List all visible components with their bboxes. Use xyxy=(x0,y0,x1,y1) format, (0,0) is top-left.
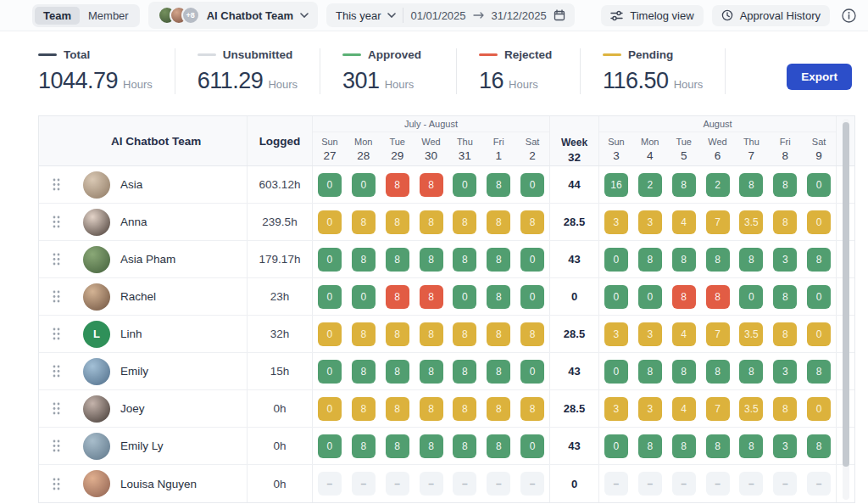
hours-badge-pending[interactable]: 0 xyxy=(318,397,342,421)
hours-badge-pending[interactable]: 0 xyxy=(807,210,831,234)
hours-badge-pending[interactable]: 8 xyxy=(420,322,443,346)
end-date-input[interactable]: 31/12/2025 xyxy=(492,9,547,22)
hours-badge-approved[interactable]: 0 xyxy=(739,285,763,309)
hours-badge-approved[interactable]: 0 xyxy=(604,434,628,458)
hours-badge-approved[interactable]: 8 xyxy=(672,248,696,272)
hours-badge-approved[interactable]: 2 xyxy=(638,173,662,197)
hours-badge-pending[interactable]: 3 xyxy=(638,322,662,346)
hours-badge-approved[interactable]: 3 xyxy=(773,434,797,458)
hours-badge-approved[interactable]: 8 xyxy=(487,434,510,458)
hours-badge-approved[interactable]: 0 xyxy=(453,285,476,309)
hours-badge-pending[interactable]: 3.5 xyxy=(739,210,763,234)
hours-badge-approved[interactable]: 8 xyxy=(453,248,476,272)
hours-badge-pending[interactable]: 8 xyxy=(352,210,376,234)
hours-badge-pending[interactable]: 8 xyxy=(520,322,544,346)
hours-badge-empty[interactable]: – xyxy=(420,472,443,496)
hours-badge-rejected[interactable]: 8 xyxy=(420,173,443,197)
hours-badge-approved[interactable]: 0 xyxy=(604,360,628,384)
hours-badge-approved[interactable]: 0 xyxy=(520,434,544,458)
hours-badge-approved[interactable]: 8 xyxy=(638,248,662,272)
hours-badge-approved[interactable]: 8 xyxy=(453,434,476,458)
hours-badge-pending[interactable]: 7 xyxy=(706,322,730,346)
hours-badge-approved[interactable]: 0 xyxy=(520,248,544,272)
hours-badge-empty[interactable]: – xyxy=(386,472,409,496)
hours-badge-pending[interactable]: 8 xyxy=(487,397,510,421)
timelog-view-button[interactable]: Timelog view xyxy=(601,5,703,26)
hours-badge-pending[interactable]: 3 xyxy=(604,210,628,234)
hours-badge-approved[interactable]: 8 xyxy=(386,360,409,384)
drag-handle-icon[interactable] xyxy=(53,365,60,378)
hours-badge-approved[interactable]: 8 xyxy=(386,248,409,272)
drag-handle-icon[interactable] xyxy=(53,478,60,490)
hours-badge-approved[interactable]: 8 xyxy=(672,360,696,384)
hours-badge-pending[interactable]: 8 xyxy=(487,210,510,234)
hours-badge-pending[interactable]: 8 xyxy=(420,210,443,234)
hours-badge-rejected[interactable]: 8 xyxy=(386,173,409,197)
hours-badge-pending[interactable]: 3.5 xyxy=(739,322,763,346)
hours-badge-approved[interactable]: 8 xyxy=(420,248,443,272)
hours-badge-pending[interactable]: 8 xyxy=(453,210,476,234)
hours-badge-approved[interactable]: 8 xyxy=(638,434,662,458)
hours-badge-approved[interactable]: 0 xyxy=(318,360,342,384)
hours-badge-approved[interactable]: 8 xyxy=(352,434,376,458)
hours-badge-approved[interactable]: 8 xyxy=(352,248,376,272)
drag-handle-icon[interactable] xyxy=(53,402,60,415)
hours-badge-pending[interactable]: 7 xyxy=(706,397,730,421)
hours-badge-approved[interactable]: 8 xyxy=(672,173,696,197)
hours-badge-approved[interactable]: 8 xyxy=(739,173,763,197)
hours-badge-pending[interactable]: 8 xyxy=(453,322,476,346)
drag-handle-icon[interactable] xyxy=(53,440,60,452)
hours-badge-approved[interactable]: 8 xyxy=(453,360,476,384)
hours-badge-approved[interactable]: 8 xyxy=(672,434,696,458)
hours-badge-pending[interactable]: 0 xyxy=(807,397,831,421)
hours-badge-pending[interactable]: 3 xyxy=(604,322,628,346)
start-date-input[interactable]: 01/01/2025 xyxy=(410,9,465,22)
hours-badge-approved[interactable]: 0 xyxy=(352,285,376,309)
hours-badge-approved[interactable]: 3 xyxy=(773,360,797,384)
hours-badge-pending[interactable]: 4 xyxy=(672,397,696,421)
drag-handle-icon[interactable] xyxy=(53,178,60,191)
hours-badge-pending[interactable]: 0 xyxy=(807,322,831,346)
hours-badge-pending[interactable]: 8 xyxy=(453,397,476,421)
scrollbar-thumb[interactable] xyxy=(843,122,849,467)
hours-badge-approved[interactable]: 8 xyxy=(487,248,510,272)
info-icon[interactable] xyxy=(842,8,856,23)
hours-badge-pending[interactable]: 8 xyxy=(352,322,376,346)
hours-badge-approved[interactable]: 8 xyxy=(706,434,730,458)
hours-badge-pending[interactable]: 7 xyxy=(706,210,730,234)
hours-badge-approved[interactable]: 8 xyxy=(352,360,376,384)
hours-badge-empty[interactable]: – xyxy=(706,472,730,496)
hours-badge-approved[interactable]: 0 xyxy=(520,173,544,197)
hours-badge-pending[interactable]: 8 xyxy=(386,322,409,346)
drag-handle-icon[interactable] xyxy=(53,328,60,340)
hours-badge-approved[interactable]: 8 xyxy=(487,360,510,384)
hours-badge-approved[interactable]: 0 xyxy=(318,434,342,458)
hours-badge-pending[interactable]: 0 xyxy=(318,322,342,346)
hours-badge-rejected[interactable]: 8 xyxy=(386,285,409,309)
hours-badge-empty[interactable]: – xyxy=(352,472,376,496)
hours-badge-approved[interactable]: 0 xyxy=(453,173,476,197)
hours-badge-approved[interactable]: 3 xyxy=(773,248,797,272)
hours-badge-approved[interactable]: 8 xyxy=(807,248,831,272)
approval-history-button[interactable]: Approval History xyxy=(712,5,830,26)
hours-badge-pending[interactable]: 3 xyxy=(638,397,662,421)
hours-badge-approved[interactable]: 8 xyxy=(386,434,409,458)
hours-badge-rejected[interactable]: 8 xyxy=(672,285,696,309)
hours-badge-approved[interactable]: 0 xyxy=(604,248,628,272)
member-tab[interactable]: Member xyxy=(80,7,137,25)
hours-badge-rejected[interactable]: 8 xyxy=(706,285,730,309)
hours-badge-approved[interactable]: 8 xyxy=(739,360,763,384)
hours-badge-approved[interactable]: 8 xyxy=(807,434,831,458)
drag-handle-icon[interactable] xyxy=(53,216,60,228)
hours-badge-pending[interactable]: 4 xyxy=(672,322,696,346)
hours-badge-approved[interactable]: 8 xyxy=(807,360,831,384)
hours-badge-approved[interactable]: 8 xyxy=(638,360,662,384)
hours-badge-approved[interactable]: 0 xyxy=(604,285,628,309)
hours-badge-pending[interactable]: 3.5 xyxy=(739,397,763,421)
hours-badge-rejected[interactable]: 8 xyxy=(420,285,443,309)
hours-badge-empty[interactable]: – xyxy=(672,472,696,496)
hours-badge-pending[interactable]: 8 xyxy=(520,210,544,234)
hours-badge-approved[interactable]: 8 xyxy=(706,360,730,384)
hours-badge-pending[interactable]: 8 xyxy=(386,397,409,421)
hours-badge-approved[interactable]: 0 xyxy=(520,360,544,384)
